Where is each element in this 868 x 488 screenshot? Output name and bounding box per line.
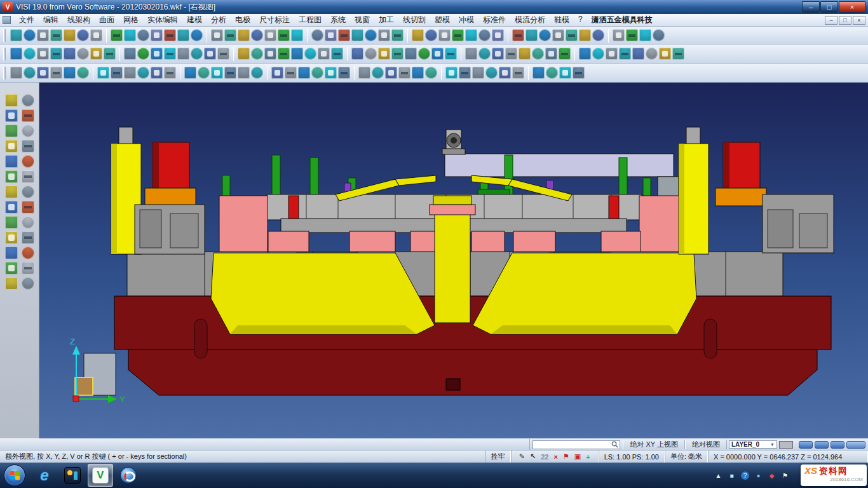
toolbar-icon[interactable] — [566, 29, 578, 41]
plus-icon[interactable]: + — [586, 453, 590, 461]
toolbar-icon[interactable] — [177, 48, 189, 60]
toolbar-icon[interactable] — [191, 48, 203, 60]
toolbar-icon[interactable] — [311, 29, 323, 41]
toolbar-icon[interactable] — [151, 67, 163, 79]
toolbar-icon[interactable] — [499, 67, 511, 79]
toolbar-icon[interactable] — [10, 67, 22, 79]
toolbar-icon[interactable] — [431, 48, 444, 60]
mdi-restore-button[interactable]: □ — [839, 16, 851, 25]
menu-item[interactable]: 曲面 — [95, 13, 119, 27]
toolbar-icon[interactable] — [526, 29, 538, 41]
toolbar-icon[interactable] — [64, 48, 76, 60]
toolbar-icon[interactable] — [613, 29, 625, 41]
toolbar-icon[interactable] — [22, 231, 34, 244]
toolbar-icon[interactable] — [412, 29, 424, 41]
view-selector-xy[interactable]: 绝对 XY 上视图 — [623, 440, 685, 449]
toolbar-icon[interactable] — [579, 48, 591, 60]
toolbar-icon[interactable] — [459, 67, 471, 79]
toolbar-icon[interactable] — [351, 29, 363, 41]
toolbar-icon[interactable] — [512, 29, 524, 41]
toolbar-icon[interactable] — [124, 67, 136, 79]
mdi-minimize-button[interactable]: – — [825, 16, 837, 25]
toolbar-icon[interactable] — [478, 48, 491, 60]
menu-item[interactable]: 建模 — [182, 13, 207, 27]
tray-show-hidden-icon[interactable]: ▲ — [714, 471, 722, 480]
mdi-close-button[interactable]: × — [853, 16, 865, 25]
toolbar-icon[interactable] — [425, 29, 437, 41]
toolbar-icon[interactable] — [418, 48, 430, 60]
menu-item[interactable]: 工程图 — [294, 13, 326, 27]
toolbar-icon[interactable] — [124, 29, 136, 41]
toolbar-icon[interactable] — [50, 67, 62, 79]
toolbar-icon[interactable] — [579, 29, 591, 41]
toolbar-icon[interactable] — [77, 29, 89, 41]
toolbar-icon[interactable] — [22, 186, 34, 198]
toolbar-icon[interactable] — [412, 67, 424, 79]
toolbar-icon[interactable] — [592, 29, 604, 41]
toolbar-icon[interactable] — [5, 231, 18, 244]
toolbar-icon[interactable] — [50, 48, 62, 60]
toolbar-icon[interactable] — [5, 277, 18, 290]
toolbar-icon[interactable] — [546, 67, 558, 79]
toolbar-icon[interactable] — [104, 48, 116, 60]
toolbar-icon[interactable] — [425, 67, 437, 79]
pencil-icon[interactable]: ✎ — [519, 452, 525, 461]
toolbar-icon[interactable] — [10, 48, 22, 60]
toolbar-icon[interactable] — [5, 109, 18, 122]
toolbar-icon[interactable] — [5, 201, 18, 214]
center-punch-column[interactable] — [430, 196, 475, 323]
toolbar-icon[interactable] — [391, 48, 403, 60]
checkbox-icon[interactable]: ▣ — [574, 452, 581, 461]
toolbar-icon[interactable] — [90, 48, 102, 60]
toolbar-icon[interactable] — [291, 29, 303, 41]
toolbar-icon[interactable] — [251, 67, 263, 79]
toolbar-icon[interactable] — [22, 140, 34, 152]
toolbar-icon[interactable] — [22, 109, 34, 122]
tray-monitor-icon[interactable]: ■ — [728, 471, 736, 480]
start-button[interactable] — [4, 464, 25, 486]
toolbar-icon[interactable] — [5, 155, 18, 168]
maximize-button[interactable]: □ — [820, 1, 838, 13]
toolbar-icon[interactable] — [198, 67, 210, 79]
menu-item[interactable]: 鞋模 — [550, 13, 574, 27]
toolbar-icon[interactable] — [177, 29, 189, 41]
toolbar-icon[interactable] — [505, 48, 517, 60]
toolbar-icon[interactable] — [385, 67, 397, 79]
toolbar-icon[interactable] — [372, 67, 384, 79]
layer-selector[interactable]: LAYER_0 ▼ — [729, 440, 777, 449]
cursor-icon[interactable]: ↖ — [530, 452, 536, 461]
toolbar-icon[interactable] — [271, 67, 283, 79]
die-cross-section-view[interactable]: Z Y — [39, 83, 868, 438]
toolbar-icon[interactable] — [22, 277, 34, 290]
toolbar-icon[interactable] — [398, 67, 410, 79]
toolbar-icon[interactable] — [291, 48, 303, 60]
toolbar-icon[interactable] — [438, 29, 451, 41]
tray-network-icon[interactable]: ● — [754, 471, 763, 480]
toolbar-icon[interactable] — [238, 48, 250, 60]
toolbar-icon[interactable] — [264, 29, 276, 41]
search-input[interactable] — [534, 441, 611, 448]
toolbar-icon[interactable] — [338, 29, 350, 41]
toolbar-icon[interactable] — [90, 29, 102, 41]
toolbar-icon[interactable] — [217, 48, 229, 60]
viewport-3d[interactable]: Z Y — [39, 83, 868, 438]
menu-item[interactable]: 线架构 — [63, 13, 95, 27]
menu-item[interactable]: 标准件 — [478, 13, 510, 27]
toolbar-icon[interactable] — [452, 29, 464, 41]
menu-item[interactable]: 冲模 — [454, 13, 478, 27]
toolbar-icon[interactable] — [137, 29, 149, 41]
toolbar-icon[interactable] — [64, 29, 76, 41]
toolbar-icon[interactable] — [22, 155, 34, 168]
tray-flag-icon[interactable]: ⚑ — [781, 471, 789, 480]
cam-driver-left-yellow[interactable] — [211, 253, 435, 334]
toolbar-icon[interactable] — [22, 94, 34, 107]
menu-item[interactable]: ? — [574, 13, 587, 27]
menu-item[interactable]: 实体编辑 — [143, 13, 182, 27]
toolbar-icon[interactable] — [318, 48, 330, 60]
toolbar-icon[interactable] — [191, 29, 203, 41]
toolbar-icon[interactable] — [22, 247, 34, 259]
delete-icon[interactable]: × — [553, 453, 557, 461]
toolbar-icon[interactable] — [445, 67, 458, 79]
toolbar-icon[interactable] — [472, 67, 484, 79]
menu-item[interactable]: 视窗 — [350, 13, 374, 27]
